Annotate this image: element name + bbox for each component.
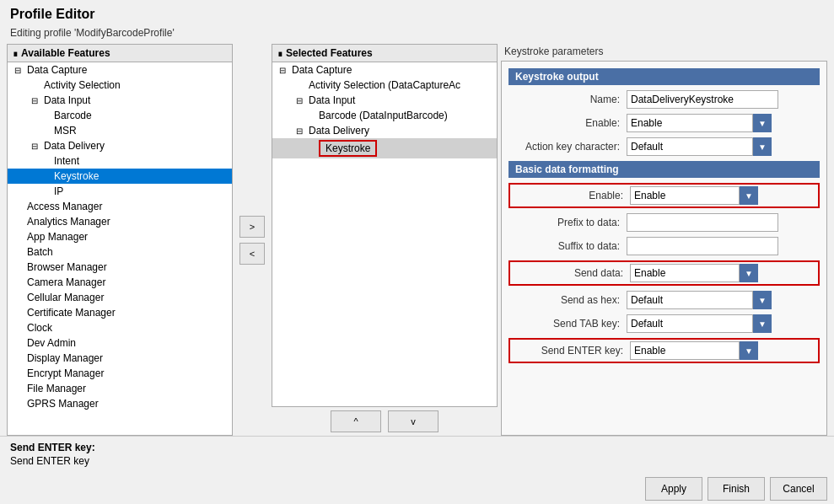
tree-item-access-manager[interactable]: Access Manager bbox=[8, 199, 232, 214]
send-data-dropdown[interactable]: Enable Disable bbox=[630, 264, 740, 282]
tree-label: Cellular Manager bbox=[27, 292, 104, 303]
selected-features-label: Selected Features bbox=[286, 47, 373, 59]
tree-label: Analytics Manager bbox=[27, 216, 110, 228]
tree-item-barcode[interactable]: Barcode bbox=[8, 108, 232, 123]
add-feature-button[interactable]: > bbox=[239, 216, 265, 238]
tree-label: App Manager bbox=[27, 231, 88, 243]
sel-tree-item-data-capture[interactable]: ⊟Data Capture bbox=[272, 62, 497, 78]
param-prefix-value bbox=[627, 213, 820, 232]
tree-item-certificate-manager[interactable]: Certificate Manager bbox=[8, 305, 232, 320]
tree-item-clock[interactable]: Clock bbox=[8, 320, 232, 335]
param-prefix-label: Prefix to data: bbox=[508, 217, 627, 228]
suffix-input[interactable] bbox=[627, 237, 778, 255]
tree-label: Browser Manager bbox=[27, 261, 107, 273]
send-as-hex-dropdown[interactable]: Default bbox=[627, 291, 753, 309]
enable-dropdown-btn[interactable]: ▼ bbox=[753, 114, 772, 132]
send-tab-key-dropdown-btn[interactable]: ▼ bbox=[753, 314, 772, 333]
param-suffix-value bbox=[627, 237, 820, 255]
tree-item-file-manager[interactable]: File Manager bbox=[8, 381, 232, 396]
move-up-button[interactable]: ^ bbox=[331, 410, 381, 432]
tree-label: Data Input bbox=[309, 94, 355, 106]
tree-item-camera-manager[interactable]: Camera Manager bbox=[8, 275, 232, 290]
tree-label: Access Manager bbox=[27, 201, 102, 212]
selected-features-tree: ∎ Selected Features ⊟Data Capture Activi… bbox=[272, 44, 498, 407]
move-down-button[interactable]: v bbox=[388, 410, 439, 432]
tree-item-app-manager[interactable]: App Manager bbox=[8, 229, 232, 244]
param-send-data-value: Enable Disable ▼ bbox=[630, 264, 816, 282]
param-bdf-enable: Enable: Enable Disable ▼ bbox=[508, 183, 820, 208]
tree-item-data-input[interactable]: ⊟Data Input bbox=[8, 93, 232, 108]
selected-expand-icon[interactable]: ∎ bbox=[277, 49, 282, 58]
params-header-label: Keystroke parameters bbox=[501, 44, 827, 61]
tree-item-batch[interactable]: Batch bbox=[8, 244, 232, 260]
param-send-tab-key-label: Send TAB key: bbox=[508, 318, 627, 330]
param-send-tab-key-value: Default ▼ bbox=[627, 314, 820, 333]
tree-label: Keystroke bbox=[319, 140, 377, 157]
param-bdf-enable-label: Enable: bbox=[512, 190, 630, 201]
send-as-hex-dropdown-btn[interactable]: ▼ bbox=[753, 291, 772, 309]
tree-label: Dev Admin bbox=[27, 337, 76, 349]
tree-item-dev-admin[interactable]: Dev Admin bbox=[8, 335, 232, 351]
name-input[interactable] bbox=[627, 90, 778, 109]
param-suffix-label: Suffix to data: bbox=[508, 240, 627, 252]
send-data-dropdown-btn[interactable]: ▼ bbox=[740, 264, 758, 282]
bdf-enable-dropdown-btn[interactable]: ▼ bbox=[740, 186, 758, 205]
selected-features-panel: ∎ Selected Features ⊟Data Capture Activi… bbox=[272, 44, 498, 436]
tree-item-cellular-manager[interactable]: Cellular Manager bbox=[8, 290, 232, 305]
tree-label: Keystroke bbox=[54, 170, 99, 182]
main-content: ∎ Available Features ⊟Data Capture Activ… bbox=[0, 44, 834, 436]
tree-label: Data Capture bbox=[27, 64, 87, 76]
bdf-enable-dropdown[interactable]: Enable Disable bbox=[630, 186, 740, 205]
cancel-button[interactable]: Cancel bbox=[770, 477, 827, 501]
tree-label: Data Delivery bbox=[44, 140, 105, 152]
enable-dropdown[interactable]: Enable Disable bbox=[627, 114, 753, 132]
tree-item-activity-selection[interactable]: Activity Selection bbox=[8, 78, 232, 93]
tree-item-encrypt-manager[interactable]: Encrypt Manager bbox=[8, 366, 232, 381]
tree-item-browser-manager[interactable]: Browser Manager bbox=[8, 260, 232, 275]
tree-item-msr[interactable]: MSR bbox=[8, 123, 232, 138]
tree-label: Clock bbox=[27, 322, 52, 334]
tree-label: Intent bbox=[54, 155, 79, 167]
tree-item-ip[interactable]: IP bbox=[8, 184, 232, 199]
apply-button[interactable]: Apply bbox=[645, 477, 702, 501]
action-key-char-dropdown-btn[interactable]: ▼ bbox=[753, 137, 772, 156]
tree-item-data-delivery[interactable]: ⊟Data Delivery bbox=[8, 138, 232, 153]
param-prefix-to-data: Prefix to data: bbox=[508, 213, 820, 232]
status-label: Send ENTER key: bbox=[10, 442, 95, 453]
param-enable: Enable: Enable Disable ▼ bbox=[508, 114, 820, 132]
tree-label: Camera Manager bbox=[27, 276, 105, 288]
param-name: Name: bbox=[508, 90, 820, 109]
finish-button[interactable]: Finish bbox=[708, 477, 765, 501]
available-features-panel: ∎ Available Features ⊟Data Capture Activ… bbox=[7, 44, 233, 436]
remove-feature-button[interactable]: < bbox=[239, 243, 265, 265]
send-enter-key-dropdown[interactable]: Enable Disable Default bbox=[630, 341, 740, 360]
sel-tree-item-barcode[interactable]: Barcode (DataInputBarcode) bbox=[272, 108, 497, 123]
tree-item-data-capture[interactable]: ⊟Data Capture bbox=[8, 62, 232, 78]
title-bar: Profile Editor bbox=[0, 0, 834, 25]
param-send-data: Send data: Enable Disable ▼ bbox=[508, 260, 820, 286]
sel-tree-item-data-delivery[interactable]: ⊟Data Delivery bbox=[272, 123, 497, 138]
tree-item-keystroke[interactable]: Keystroke bbox=[8, 169, 232, 184]
tree-item-analytics-manager[interactable]: Analytics Manager bbox=[8, 214, 232, 229]
action-key-char-dropdown[interactable]: Default bbox=[627, 137, 753, 156]
profile-editor-window: Profile Editor Editing profile 'ModifyBa… bbox=[0, 0, 834, 504]
sel-tree-item-data-input[interactable]: ⊟Data Input bbox=[272, 93, 497, 108]
keystroke-params-panel: Keystroke parameters Keystroke output Na… bbox=[501, 44, 827, 436]
param-send-enter-key-label: Send ENTER key: bbox=[512, 345, 630, 357]
send-tab-key-dropdown[interactable]: Default bbox=[627, 314, 753, 333]
available-features-header: ∎ Available Features bbox=[8, 45, 232, 62]
tree-item-gprs-manager[interactable]: GPRS Manager bbox=[8, 396, 232, 411]
send-enter-key-dropdown-btn[interactable]: ▼ bbox=[740, 341, 758, 360]
tree-item-display-manager[interactable]: Display Manager bbox=[8, 351, 232, 366]
param-send-as-hex-value: Default ▼ bbox=[627, 291, 820, 309]
param-send-enter-key: Send ENTER key: Enable Disable Default ▼ bbox=[508, 338, 820, 363]
selected-features-header: ∎ Selected Features bbox=[272, 45, 497, 62]
param-send-as-hex-label: Send as hex: bbox=[508, 294, 627, 306]
tree-label: File Manager bbox=[27, 383, 86, 394]
tree-item-intent[interactable]: Intent bbox=[8, 153, 232, 169]
prefix-input[interactable] bbox=[627, 213, 778, 232]
available-features-expand-icon[interactable]: ∎ bbox=[13, 49, 18, 58]
sel-tree-item-keystroke[interactable]: Keystroke bbox=[272, 138, 497, 158]
sel-tree-item-activity-selection[interactable]: Activity Selection (DataCaptureActivi bbox=[272, 78, 497, 93]
transfer-arrows: > < bbox=[236, 44, 268, 436]
